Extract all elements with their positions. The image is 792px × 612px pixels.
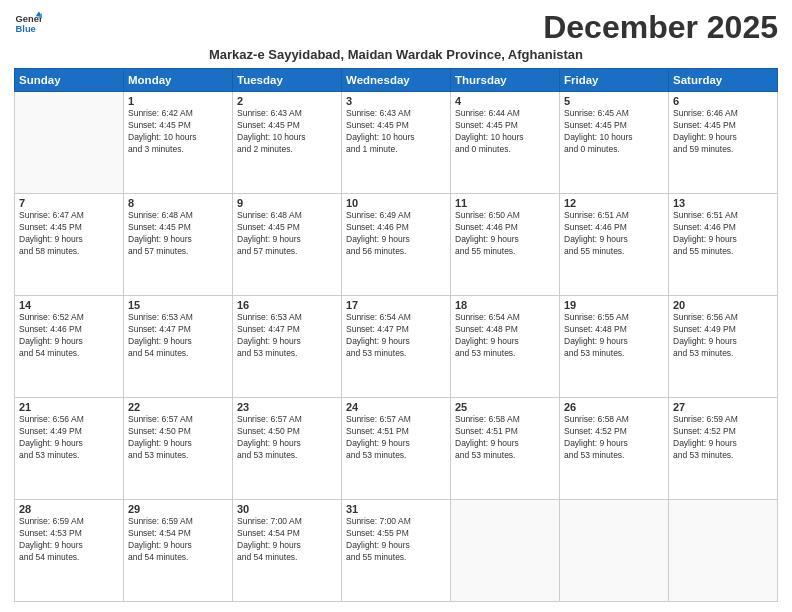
day-info: Sunrise: 6:44 AM Sunset: 4:45 PM Dayligh… <box>455 108 555 156</box>
day-info: Sunrise: 6:59 AM Sunset: 4:53 PM Dayligh… <box>19 516 119 564</box>
day-number: 20 <box>673 299 773 311</box>
day-info: Sunrise: 6:57 AM Sunset: 4:50 PM Dayligh… <box>128 414 228 462</box>
calendar-cell: 14Sunrise: 6:52 AM Sunset: 4:46 PM Dayli… <box>15 296 124 398</box>
day-number: 18 <box>455 299 555 311</box>
day-number: 15 <box>128 299 228 311</box>
calendar-week-2: 7Sunrise: 6:47 AM Sunset: 4:45 PM Daylig… <box>15 194 778 296</box>
calendar-cell: 27Sunrise: 6:59 AM Sunset: 4:52 PM Dayli… <box>669 398 778 500</box>
day-number: 10 <box>346 197 446 209</box>
day-info: Sunrise: 7:00 AM Sunset: 4:54 PM Dayligh… <box>237 516 337 564</box>
col-thursday: Thursday <box>451 69 560 92</box>
calendar-cell: 17Sunrise: 6:54 AM Sunset: 4:47 PM Dayli… <box>342 296 451 398</box>
title-block: December 2025 <box>543 10 778 45</box>
calendar-cell: 30Sunrise: 7:00 AM Sunset: 4:54 PM Dayli… <box>233 500 342 602</box>
calendar-week-1: 1Sunrise: 6:42 AM Sunset: 4:45 PM Daylig… <box>15 92 778 194</box>
day-info: Sunrise: 6:52 AM Sunset: 4:46 PM Dayligh… <box>19 312 119 360</box>
day-info: Sunrise: 6:43 AM Sunset: 4:45 PM Dayligh… <box>237 108 337 156</box>
day-number: 21 <box>19 401 119 413</box>
day-number: 23 <box>237 401 337 413</box>
day-info: Sunrise: 6:56 AM Sunset: 4:49 PM Dayligh… <box>19 414 119 462</box>
day-number: 17 <box>346 299 446 311</box>
calendar-cell: 29Sunrise: 6:59 AM Sunset: 4:54 PM Dayli… <box>124 500 233 602</box>
calendar-cell: 28Sunrise: 6:59 AM Sunset: 4:53 PM Dayli… <box>15 500 124 602</box>
day-number: 16 <box>237 299 337 311</box>
day-number: 14 <box>19 299 119 311</box>
calendar-cell: 25Sunrise: 6:58 AM Sunset: 4:51 PM Dayli… <box>451 398 560 500</box>
day-info: Sunrise: 6:59 AM Sunset: 4:52 PM Dayligh… <box>673 414 773 462</box>
calendar-cell: 23Sunrise: 6:57 AM Sunset: 4:50 PM Dayli… <box>233 398 342 500</box>
calendar-cell <box>560 500 669 602</box>
day-info: Sunrise: 6:54 AM Sunset: 4:48 PM Dayligh… <box>455 312 555 360</box>
calendar-cell: 8Sunrise: 6:48 AM Sunset: 4:45 PM Daylig… <box>124 194 233 296</box>
header: General Blue December 2025 <box>14 10 778 45</box>
col-wednesday: Wednesday <box>342 69 451 92</box>
calendar-cell: 13Sunrise: 6:51 AM Sunset: 4:46 PM Dayli… <box>669 194 778 296</box>
calendar-cell: 18Sunrise: 6:54 AM Sunset: 4:48 PM Dayli… <box>451 296 560 398</box>
day-number: 30 <box>237 503 337 515</box>
calendar-cell: 12Sunrise: 6:51 AM Sunset: 4:46 PM Dayli… <box>560 194 669 296</box>
day-number: 24 <box>346 401 446 413</box>
day-info: Sunrise: 6:51 AM Sunset: 4:46 PM Dayligh… <box>673 210 773 258</box>
day-info: Sunrise: 6:47 AM Sunset: 4:45 PM Dayligh… <box>19 210 119 258</box>
day-info: Sunrise: 6:56 AM Sunset: 4:49 PM Dayligh… <box>673 312 773 360</box>
day-info: Sunrise: 6:51 AM Sunset: 4:46 PM Dayligh… <box>564 210 664 258</box>
col-saturday: Saturday <box>669 69 778 92</box>
calendar-cell: 20Sunrise: 6:56 AM Sunset: 4:49 PM Dayli… <box>669 296 778 398</box>
calendar-cell: 3Sunrise: 6:43 AM Sunset: 4:45 PM Daylig… <box>342 92 451 194</box>
header-row: Sunday Monday Tuesday Wednesday Thursday… <box>15 69 778 92</box>
col-tuesday: Tuesday <box>233 69 342 92</box>
day-number: 28 <box>19 503 119 515</box>
calendar-cell: 16Sunrise: 6:53 AM Sunset: 4:47 PM Dayli… <box>233 296 342 398</box>
day-info: Sunrise: 7:00 AM Sunset: 4:55 PM Dayligh… <box>346 516 446 564</box>
subtitle: Markaz-e Sayyidabad, Maidan Wardak Provi… <box>14 47 778 62</box>
day-info: Sunrise: 6:53 AM Sunset: 4:47 PM Dayligh… <box>237 312 337 360</box>
calendar: Sunday Monday Tuesday Wednesday Thursday… <box>14 68 778 602</box>
day-number: 2 <box>237 95 337 107</box>
calendar-cell: 7Sunrise: 6:47 AM Sunset: 4:45 PM Daylig… <box>15 194 124 296</box>
calendar-week-5: 28Sunrise: 6:59 AM Sunset: 4:53 PM Dayli… <box>15 500 778 602</box>
calendar-cell: 11Sunrise: 6:50 AM Sunset: 4:46 PM Dayli… <box>451 194 560 296</box>
svg-text:Blue: Blue <box>16 24 36 34</box>
col-friday: Friday <box>560 69 669 92</box>
day-number: 4 <box>455 95 555 107</box>
calendar-cell: 2Sunrise: 6:43 AM Sunset: 4:45 PM Daylig… <box>233 92 342 194</box>
day-info: Sunrise: 6:54 AM Sunset: 4:47 PM Dayligh… <box>346 312 446 360</box>
day-info: Sunrise: 6:55 AM Sunset: 4:48 PM Dayligh… <box>564 312 664 360</box>
day-number: 5 <box>564 95 664 107</box>
day-number: 25 <box>455 401 555 413</box>
day-number: 19 <box>564 299 664 311</box>
day-info: Sunrise: 6:48 AM Sunset: 4:45 PM Dayligh… <box>237 210 337 258</box>
calendar-cell: 19Sunrise: 6:55 AM Sunset: 4:48 PM Dayli… <box>560 296 669 398</box>
calendar-cell <box>15 92 124 194</box>
logo: General Blue <box>14 10 42 38</box>
day-number: 13 <box>673 197 773 209</box>
calendar-cell: 5Sunrise: 6:45 AM Sunset: 4:45 PM Daylig… <box>560 92 669 194</box>
page: General Blue December 2025 Markaz-e Sayy… <box>0 0 792 612</box>
day-info: Sunrise: 6:48 AM Sunset: 4:45 PM Dayligh… <box>128 210 228 258</box>
calendar-cell: 26Sunrise: 6:58 AM Sunset: 4:52 PM Dayli… <box>560 398 669 500</box>
day-number: 6 <box>673 95 773 107</box>
day-number: 29 <box>128 503 228 515</box>
calendar-cell: 10Sunrise: 6:49 AM Sunset: 4:46 PM Dayli… <box>342 194 451 296</box>
day-info: Sunrise: 6:45 AM Sunset: 4:45 PM Dayligh… <box>564 108 664 156</box>
day-info: Sunrise: 6:58 AM Sunset: 4:52 PM Dayligh… <box>564 414 664 462</box>
day-number: 11 <box>455 197 555 209</box>
calendar-cell <box>669 500 778 602</box>
col-monday: Monday <box>124 69 233 92</box>
calendar-week-4: 21Sunrise: 6:56 AM Sunset: 4:49 PM Dayli… <box>15 398 778 500</box>
day-info: Sunrise: 6:50 AM Sunset: 4:46 PM Dayligh… <box>455 210 555 258</box>
calendar-cell: 24Sunrise: 6:57 AM Sunset: 4:51 PM Dayli… <box>342 398 451 500</box>
col-sunday: Sunday <box>15 69 124 92</box>
day-number: 7 <box>19 197 119 209</box>
month-title: December 2025 <box>543 10 778 45</box>
day-info: Sunrise: 6:42 AM Sunset: 4:45 PM Dayligh… <box>128 108 228 156</box>
logo-icon: General Blue <box>14 10 42 38</box>
day-info: Sunrise: 6:49 AM Sunset: 4:46 PM Dayligh… <box>346 210 446 258</box>
calendar-cell <box>451 500 560 602</box>
calendar-cell: 21Sunrise: 6:56 AM Sunset: 4:49 PM Dayli… <box>15 398 124 500</box>
day-info: Sunrise: 6:57 AM Sunset: 4:51 PM Dayligh… <box>346 414 446 462</box>
day-info: Sunrise: 6:59 AM Sunset: 4:54 PM Dayligh… <box>128 516 228 564</box>
day-number: 12 <box>564 197 664 209</box>
day-info: Sunrise: 6:57 AM Sunset: 4:50 PM Dayligh… <box>237 414 337 462</box>
day-number: 1 <box>128 95 228 107</box>
